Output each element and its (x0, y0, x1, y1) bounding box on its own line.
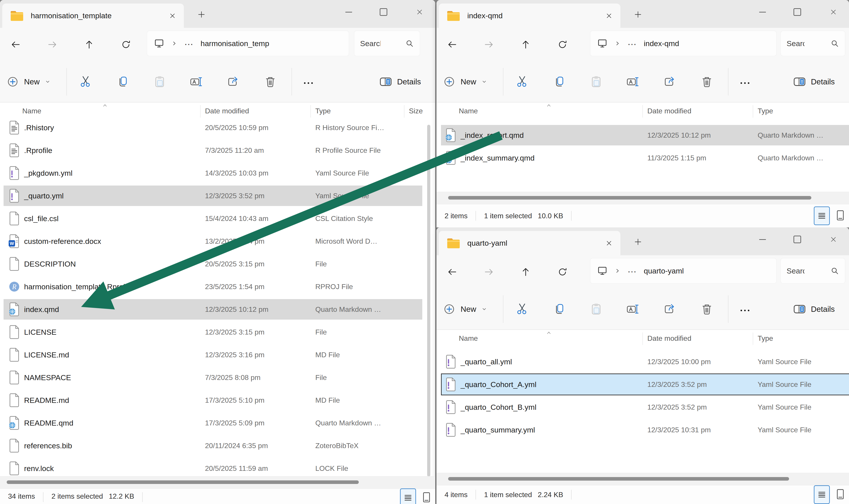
maximize-button[interactable] (789, 231, 805, 248)
copy-button[interactable] (553, 303, 566, 316)
file-row[interactable]: _index_report.qmd 12/3/2025 10:12 pm Qua… (437, 124, 849, 146)
address-bar[interactable]: … harmonisation_temp (147, 31, 349, 56)
minimize-button[interactable] (755, 231, 771, 248)
cut-button[interactable] (516, 75, 528, 88)
folder-tab[interactable]: quarto-yaml (439, 231, 620, 255)
share-button[interactable] (663, 303, 676, 316)
column-header-name[interactable]: Name (459, 107, 478, 115)
delete-button[interactable] (701, 303, 713, 316)
details-button[interactable]: Details (379, 69, 421, 94)
column-header-type[interactable]: Type (758, 107, 773, 115)
file-row[interactable]: _quarto_summary.yml 12/3/2025 10:31 pm Y… (437, 418, 849, 441)
refresh-button[interactable] (557, 39, 568, 50)
column-header-name[interactable]: Name (22, 107, 41, 115)
more-options-button[interactable] (739, 304, 751, 317)
close-button[interactable] (411, 4, 428, 20)
column-header-name[interactable]: Name (459, 334, 478, 343)
breadcrumb-path[interactable]: quarto-yaml (644, 267, 684, 275)
breadcrumb-ellipsis[interactable]: … (627, 37, 637, 47)
up-button[interactable] (84, 39, 94, 50)
file-row[interactable]: README.qmd 17/3/2025 5:09 pm Quarto Mark… (0, 412, 435, 434)
horizontal-scrollbar[interactable] (448, 196, 811, 200)
file-row[interactable]: .Rhistory 20/5/2025 10:59 pm R History S… (0, 116, 435, 139)
file-row[interactable]: _quarto_all.yml 12/3/2025 10:00 pm Yaml … (437, 350, 849, 373)
delete-button[interactable] (701, 75, 713, 88)
file-row[interactable]: LICENSE.md 12/3/2025 3:16 pm MD File (0, 343, 435, 366)
breadcrumb-path[interactable]: index-qmd (644, 39, 679, 48)
file-row[interactable]: csl_file.csl 15/4/2024 10:43 am CSL Cita… (0, 207, 435, 230)
search-box[interactable]: Search (354, 31, 420, 56)
file-row[interactable]: .Rprofile 7/3/2025 11:20 am R Profile So… (0, 139, 435, 162)
cut-button[interactable] (516, 303, 528, 315)
details-button[interactable]: Details (793, 69, 835, 94)
search-input[interactable]: Search (360, 39, 381, 48)
file-row[interactable]: _index_summary.qmd 11/3/2025 1:15 pm Qua… (437, 146, 849, 169)
column-header-date-modified[interactable]: Date modified (205, 107, 249, 115)
column-header-type[interactable]: Type (758, 334, 773, 343)
breadcrumb-path[interactable]: harmonisation_temp (200, 39, 269, 48)
file-row[interactable]: NAMESPACE 7/3/2025 8:08 pm File (0, 366, 435, 389)
search-box[interactable]: Search (781, 31, 845, 56)
forward-button[interactable] (484, 39, 494, 50)
details-view-button[interactable] (814, 485, 830, 504)
close-button[interactable] (825, 231, 842, 248)
preview-pane-button[interactable] (835, 209, 846, 222)
copy-button[interactable] (117, 75, 129, 88)
share-button[interactable] (663, 75, 676, 88)
delete-button[interactable] (264, 75, 277, 88)
preview-pane-button[interactable] (421, 491, 432, 504)
tab-close-icon[interactable] (605, 12, 613, 20)
address-bar[interactable]: … quarto-yaml (590, 258, 776, 283)
more-options-button[interactable] (739, 77, 751, 89)
minimize-button[interactable] (755, 4, 771, 20)
file-row[interactable]: references.bib 20/11/2024 6:35 pm Zotero… (0, 434, 435, 457)
column-header-date-modified[interactable]: Date modified (647, 107, 691, 115)
back-button[interactable] (447, 267, 457, 277)
address-bar[interactable]: … index-qmd (590, 31, 776, 56)
rename-button[interactable] (190, 75, 202, 88)
minimize-button[interactable] (341, 4, 357, 20)
maximize-button[interactable] (789, 4, 805, 20)
up-button[interactable] (520, 39, 531, 50)
details-view-button[interactable] (814, 206, 830, 225)
column-header-date-modified[interactable]: Date modified (647, 334, 691, 343)
new-tab-button[interactable] (197, 10, 206, 19)
new-button[interactable]: New (443, 69, 487, 94)
breadcrumb-ellipsis[interactable]: … (627, 264, 637, 275)
file-row[interactable]: custom-reference.docx 13/2/2025 1:24 pm … (0, 230, 435, 253)
rename-button[interactable] (626, 75, 639, 88)
horizontal-scrollbar[interactable] (448, 477, 789, 481)
tab-close-icon[interactable] (169, 12, 176, 20)
close-button[interactable] (825, 4, 842, 20)
file-row[interactable]: _pkgdown.yml 14/3/2025 10:03 pm Yaml Sou… (0, 162, 435, 184)
back-button[interactable] (11, 39, 21, 50)
search-input[interactable]: Search (786, 267, 804, 275)
file-row[interactable]: index.qmd 12/3/2025 10:12 pm Quarto Mark… (0, 298, 435, 321)
paste-button[interactable] (154, 75, 166, 88)
vertical-scrollbar[interactable] (427, 125, 430, 476)
up-button[interactable] (520, 267, 531, 277)
refresh-button[interactable] (121, 39, 131, 50)
new-tab-button[interactable] (634, 10, 642, 19)
paste-button[interactable] (590, 75, 603, 88)
tab-close-icon[interactable] (605, 239, 613, 247)
maximize-button[interactable] (375, 4, 391, 20)
file-row[interactable]: README.md 17/3/2025 5:10 pm MD File (0, 389, 435, 412)
new-button[interactable]: New (7, 69, 50, 94)
search-box[interactable]: Search (781, 258, 845, 283)
file-row[interactable]: _quarto_Cohort_A.yml 12/3/2025 3:52 pm Y… (437, 373, 849, 396)
file-row[interactable]: harmonisation_template.Rproj 23/5/2025 1… (0, 275, 435, 298)
details-view-button[interactable] (400, 488, 416, 504)
more-options-button[interactable] (302, 77, 315, 89)
new-tab-button[interactable] (634, 238, 642, 246)
forward-button[interactable] (47, 39, 57, 50)
folder-tab[interactable]: index-qmd (439, 3, 620, 28)
search-input[interactable]: Search (786, 39, 804, 48)
file-row[interactable]: _quarto.yml 12/3/2025 3:52 pm Yaml Sourc… (0, 184, 435, 207)
refresh-button[interactable] (557, 267, 568, 277)
column-header-size[interactable]: Size (409, 107, 423, 115)
back-button[interactable] (447, 39, 457, 50)
paste-button[interactable] (590, 303, 603, 316)
cut-button[interactable] (79, 75, 92, 88)
copy-button[interactable] (553, 75, 566, 88)
